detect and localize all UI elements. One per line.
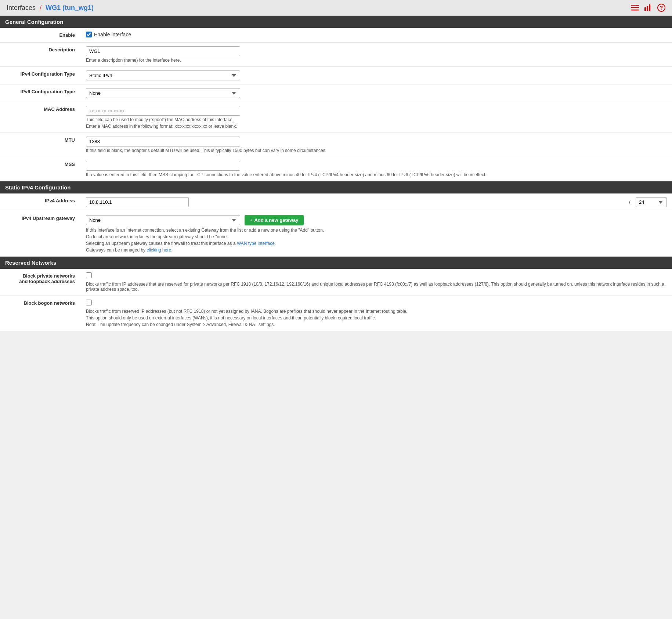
ipv4-address-input-cell: / 24 8 16 32 (81, 193, 672, 211)
mtu-hint: If this field is blank, the adapter's de… (86, 148, 667, 153)
wan-type-link[interactable]: WAN type interface (237, 241, 275, 246)
ipv6-config-type-input-cell: None Static IPv6 DHCPv6 (81, 84, 672, 102)
mss-input-cell: If a value is entered in this field, the… (81, 157, 672, 181)
mtu-input[interactable] (86, 137, 240, 146)
ipv4-address-input[interactable] (86, 197, 189, 207)
mtu-label: MTU (0, 133, 81, 157)
mss-hint: If a value is entered in this field, the… (86, 172, 667, 177)
enable-row: Enable Enable interface (0, 28, 672, 43)
block-bogon-checkbox[interactable] (86, 300, 92, 305)
block-bogon-label: Block bogon networks (0, 296, 81, 331)
gateway-select[interactable]: None (86, 215, 240, 225)
add-gateway-label: Add a new gateway (254, 217, 299, 223)
block-private-hint: Blocks traffic from IP addresses that ar… (86, 282, 667, 292)
block-bogon-hint1: Blocks traffic from reserved IP addresse… (86, 309, 667, 314)
ipv4-config-type-select[interactable]: Static IPv4 None DHCP PPPoE (86, 70, 240, 80)
gateway-hint3: Selecting an upstream gateway causes the… (86, 241, 667, 246)
gateway-input-row: None + Add a new gateway (86, 215, 667, 225)
ipv4-address-label: IPv4 Address (0, 193, 81, 211)
ipv4-address-input-row: / 24 8 16 32 (86, 197, 667, 207)
ipv4-gateway-input-cell: None + Add a new gateway If this interfa… (81, 211, 672, 257)
description-input[interactable] (86, 46, 240, 56)
gateway-hint2: On local area network interfaces the ups… (86, 234, 667, 239)
enable-input-cell: Enable interface (81, 28, 672, 43)
block-private-checkbox[interactable] (86, 272, 92, 278)
mac-address-row: MAC Address This field can be used to mo… (0, 102, 672, 133)
reserved-networks-table: Block private networks and loopback addr… (0, 269, 672, 331)
enable-checkbox-row: Enable interface (86, 32, 667, 37)
description-hint: Enter a description (name) for the inter… (86, 58, 667, 63)
svg-rect-4 (644, 7, 646, 11)
cidr-select[interactable]: 24 8 16 32 (636, 197, 667, 207)
menu-icon[interactable] (631, 4, 639, 12)
block-bogon-row: Block bogon networks Blocks traffic from… (0, 296, 672, 331)
block-private-input-cell: Blocks traffic from IP addresses that ar… (81, 269, 672, 296)
enable-label: Enable (0, 28, 81, 43)
enable-checkbox-label: Enable interface (94, 32, 131, 37)
mss-label: MSS (0, 157, 81, 181)
breadcrumb-current: WG1 (tun_wg1) (46, 4, 94, 11)
plus-icon: + (250, 217, 253, 223)
mtu-row: MTU If this field is blank, the adapter'… (0, 133, 672, 157)
enable-checkbox[interactable] (86, 32, 92, 37)
mtu-input-cell: If this field is blank, the adapter's de… (81, 133, 672, 157)
static-ipv4-header: Static IPv4 Configuration (0, 181, 672, 193)
block-bogon-input-cell: Blocks traffic from reserved IP addresse… (81, 296, 672, 331)
description-input-cell: Enter a description (name) for the inter… (81, 43, 672, 67)
svg-rect-2 (631, 10, 639, 11)
ipv6-config-type-row: IPv6 Configuration Type None Static IPv6… (0, 84, 672, 102)
ipv4-gateway-row: IPv4 Upstream gateway None + Add a new g… (0, 211, 672, 257)
ipv4-gateway-label: IPv4 Upstream gateway (0, 211, 81, 257)
help-icon[interactable]: ? (657, 4, 665, 12)
block-private-label: Block private networks and loopback addr… (0, 269, 81, 296)
block-bogon-hint3: Note: The update frequency can be change… (86, 322, 667, 327)
ipv4-config-type-row: IPv4 Configuration Type Static IPv4 None… (0, 67, 672, 84)
ipv4-config-type-input-cell: Static IPv4 None DHCP PPPoE (81, 67, 672, 84)
top-bar: Interfaces / WG1 (tun_wg1) ? (0, 0, 672, 16)
main-content: General Configuration Enable Enable inte… (0, 16, 672, 331)
ipv4-address-row: IPv4 Address / 24 8 16 32 (0, 193, 672, 211)
mac-hint1: This field can be used to modify ("spoof… (86, 117, 667, 122)
svg-rect-6 (649, 4, 650, 11)
block-private-row: Block private networks and loopback addr… (0, 269, 672, 296)
general-config-header: General Configuration (0, 16, 672, 28)
ipv4-config-type-label: IPv4 Configuration Type (0, 67, 81, 84)
ipv6-config-type-label: IPv6 Configuration Type (0, 84, 81, 102)
mac-address-label: MAC Address (0, 102, 81, 133)
gateway-hint1: If this interface is an Internet connect… (86, 228, 667, 233)
mss-row: MSS If a value is entered in this field,… (0, 157, 672, 181)
top-icons: ? (631, 4, 665, 12)
reserved-networks-header: Reserved Networks (0, 257, 672, 269)
add-gateway-button[interactable]: + Add a new gateway (245, 215, 304, 225)
mac-address-input-cell: This field can be used to modify ("spoof… (81, 102, 672, 133)
breadcrumb: Interfaces / WG1 (tun_wg1) (7, 4, 94, 12)
mss-input[interactable] (86, 161, 240, 171)
block-bogon-hint2: This option should only be used on exter… (86, 315, 667, 321)
description-label: Description (0, 43, 81, 67)
cidr-separator: / (628, 199, 632, 206)
clicking-here-link[interactable]: clicking here (147, 247, 171, 253)
breadcrumb-separator: / (40, 4, 41, 11)
svg-rect-5 (647, 6, 648, 11)
mac-address-input[interactable] (86, 106, 240, 116)
description-row: Description Enter a description (name) f… (0, 43, 672, 67)
general-config-table: Enable Enable interface Description Ente… (0, 28, 672, 181)
svg-rect-1 (631, 7, 639, 8)
chart-icon[interactable] (644, 4, 652, 12)
ipv6-config-type-select[interactable]: None Static IPv6 DHCPv6 (86, 88, 240, 98)
gateway-hint4: Gateways can be managed by clicking here… (86, 247, 667, 253)
svg-rect-3 (636, 5, 639, 6)
static-ipv4-table: IPv4 Address / 24 8 16 32 IPv4 Upstream … (0, 193, 672, 257)
breadcrumb-base[interactable]: Interfaces (7, 4, 36, 11)
mac-hint2: Enter a MAC address in the following for… (86, 124, 667, 129)
